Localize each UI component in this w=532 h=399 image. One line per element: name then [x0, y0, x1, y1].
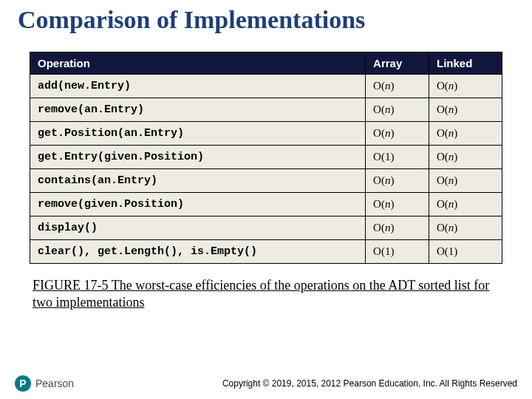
table-row: display()O(n)O(n) [30, 216, 502, 240]
linked-cell: O(n) [429, 75, 502, 98]
operation-cell: display() [30, 216, 366, 240]
pearson-logo-icon: P [15, 375, 31, 392]
array-cell: O(n) [366, 216, 429, 240]
linked-cell: O(n) [429, 122, 502, 146]
operation-cell: get.Position(an.Entry) [30, 122, 366, 146]
array-cell: O(n) [366, 98, 429, 122]
array-cell: O(n) [366, 193, 429, 216]
table-body: add(new.Entry)O(n)O(n)remove(an.Entry)O(… [30, 75, 502, 264]
linked-cell: O(n) [429, 98, 502, 122]
comparison-table-wrap: Operation Array Linked add(new.Entry)O(n… [30, 52, 502, 264]
col-header-array: Array [366, 52, 429, 75]
operation-cell: add(new.Entry) [30, 75, 366, 98]
linked-cell: O(n) [429, 193, 502, 216]
linked-cell: O(1) [429, 240, 502, 264]
comparison-table: Operation Array Linked add(new.Entry)O(n… [30, 52, 502, 264]
array-cell: O(1) [366, 146, 429, 169]
table-row: remove(given.Position)O(n)O(n) [30, 193, 502, 216]
table-row: contains(an.Entry)O(n)O(n) [30, 169, 502, 193]
operation-cell: get.Entry(given.Position) [30, 146, 366, 169]
table-row: clear(), get.Length(), is.Empty()O(1)O(1… [30, 240, 502, 264]
operation-cell: remove(an.Entry) [30, 98, 366, 122]
array-cell: O(n) [366, 122, 429, 146]
page-title: Comparison of Implementations [15, 6, 517, 34]
array-cell: O(n) [366, 169, 429, 193]
footer: P Pearson Copyright © 2019, 2015, 2012 P… [15, 375, 517, 392]
table-header-row: Operation Array Linked [30, 52, 502, 75]
table-row: remove(an.Entry)O(n)O(n) [30, 98, 502, 122]
pearson-logo: P Pearson [15, 375, 74, 392]
col-header-operation: Operation [30, 52, 366, 75]
operation-cell: remove(given.Position) [30, 193, 366, 216]
slide: Comparison of Implementations Operation … [0, 0, 532, 399]
operation-cell: contains(an.Entry) [30, 169, 366, 193]
pearson-logo-text: Pearson [35, 378, 74, 389]
linked-cell: O(n) [429, 146, 502, 169]
table-row: add(new.Entry)O(n)O(n) [30, 75, 502, 98]
table-row: get.Entry(given.Position)O(1)O(n) [30, 146, 502, 169]
copyright-text: Copyright © 2019, 2015, 2012 Pearson Edu… [222, 378, 517, 389]
table-row: get.Position(an.Entry)O(n)O(n) [30, 122, 502, 146]
linked-cell: O(n) [429, 169, 502, 193]
figure-caption: FIGURE 17-5 The worst-case efficiencies … [33, 277, 499, 310]
col-header-linked: Linked [429, 52, 502, 75]
array-cell: O(1) [366, 240, 429, 264]
linked-cell: O(n) [429, 216, 502, 240]
operation-cell: clear(), get.Length(), is.Empty() [30, 240, 366, 264]
array-cell: O(n) [366, 75, 429, 98]
